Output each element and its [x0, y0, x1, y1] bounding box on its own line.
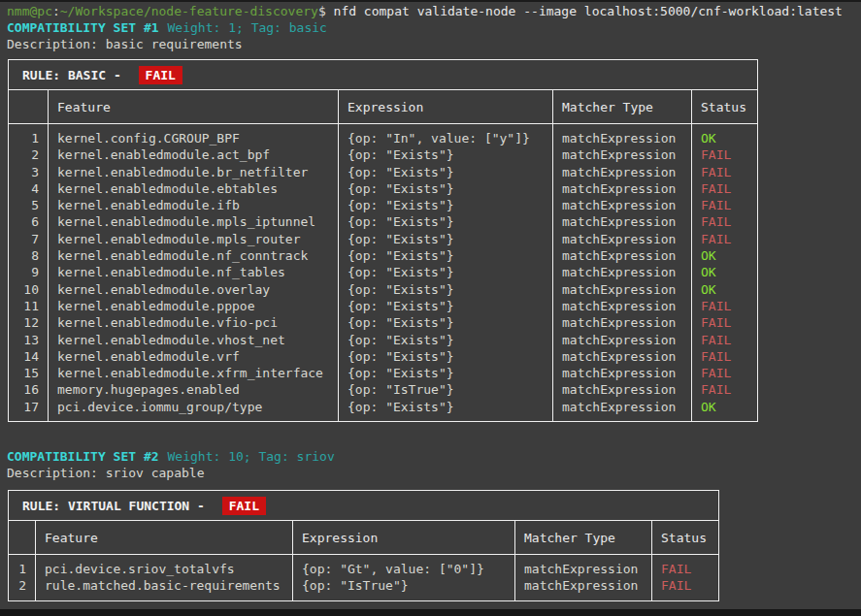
rule-table-basic: RULE: BASIC - FAIL Feature Expression Ma…: [8, 59, 758, 422]
status-column: OKFAILFAILFAILFAILFAILFAILOKOKOKFAILFAIL…: [691, 124, 757, 421]
expression-cell: {op: "In", value: ["y"]}: [339, 130, 552, 146]
prompt-separator: :: [52, 4, 60, 18]
column-header-expression: Expression: [338, 90, 552, 123]
rule-table-virtual-function: RULE: VIRTUAL FUNCTION - FAIL Feature Ex…: [8, 490, 719, 601]
rule-label: RULE: BASIC -: [22, 68, 129, 82]
terminal-output[interactable]: nmm@pc:~/Workspace/node-feature-discover…: [0, 2, 861, 601]
expression-cell: {op: "Exists"}: [339, 231, 552, 247]
num-column: 12: [9, 555, 35, 600]
matcher-cell: matchExpression: [553, 247, 691, 264]
row-number: 7: [9, 231, 48, 247]
matcher-column: matchExpressionmatchExpression: [514, 555, 651, 600]
column-header-matcher-type: Matcher Type: [552, 90, 691, 123]
matcher-cell: matchExpression: [553, 399, 691, 415]
matcher-cell: matchExpression: [553, 180, 691, 197]
column-header-status: Status: [651, 521, 718, 554]
feature-cell: kernel.enabledmodule.mpls_router: [49, 231, 338, 247]
row-number: 13: [9, 332, 48, 348]
table-body: 1234567891011121314151617 kernel.config.…: [9, 124, 757, 421]
set2-title-line: COMPATIBILITY SET #2Weight: 10; Tag: sri…: [7, 448, 855, 465]
row-number: 4: [9, 180, 48, 197]
status-cell: OK: [692, 130, 757, 146]
status-cell: FAIL: [692, 298, 757, 314]
feature-cell: kernel.enabledmodule.vhost_net: [49, 332, 338, 348]
status-cell: FAIL: [692, 180, 757, 197]
expression-cell: {op: "Exists"}: [339, 213, 552, 230]
status-cell: FAIL: [692, 213, 757, 230]
matcher-cell: matchExpression: [553, 213, 691, 230]
matcher-cell: matchExpression: [553, 298, 691, 314]
feature-column: pci.device.sriov_totalvfsrule.matched.ba…: [35, 555, 292, 600]
status-column: FAILFAIL: [651, 555, 718, 600]
status-cell: FAIL: [692, 348, 757, 365]
row-number: 11: [9, 298, 48, 314]
matcher-cell: matchExpression: [553, 381, 691, 398]
expression-cell: {op: "Exists"}: [339, 298, 552, 314]
feature-cell: kernel.enabledmodule.pppoe: [49, 298, 338, 314]
expression-column: {op: "Gt", value: ["0"]}{op: "IsTrue"}: [292, 555, 514, 600]
matcher-column: matchExpressionmatchExpressionmatchExpre…: [552, 124, 691, 421]
expression-cell: {op: "Exists"}: [339, 365, 552, 381]
matcher-cell: matchExpression: [553, 197, 691, 213]
status-cell: FAIL: [692, 332, 757, 348]
expression-cell: {op: "Exists"}: [339, 314, 552, 331]
feature-cell: pci.device.sriov_totalvfs: [36, 561, 292, 577]
feature-cell: kernel.enabledmodule.mpls_iptunnel: [49, 213, 338, 230]
row-number: 12: [9, 314, 48, 331]
row-number: 9: [9, 264, 48, 280]
set2-title: COMPATIBILITY SET #2: [7, 449, 159, 464]
column-header-feature: Feature: [48, 90, 338, 123]
row-number: 2: [9, 146, 48, 163]
row-number: 2: [9, 577, 35, 594]
feature-column: kernel.config.CGROUP_BPFkernel.enabledmo…: [48, 124, 338, 421]
feature-cell: rule.matched.basic-requirements: [36, 577, 292, 594]
matcher-cell: matchExpression: [553, 130, 691, 146]
matcher-cell: matchExpression: [553, 231, 691, 247]
terminal-bottom-edge: [0, 609, 861, 616]
status-cell: FAIL: [692, 231, 757, 247]
status-cell: FAIL: [692, 146, 757, 163]
table-header-row: Feature Expression Matcher Type Status: [9, 90, 757, 124]
expression-cell: {op: "Exists"}: [339, 264, 552, 280]
expression-cell: {op: "Exists"}: [339, 164, 552, 180]
num-column: 1234567891011121314151617: [9, 124, 48, 421]
feature-cell: memory.hugepages.enabled: [49, 381, 338, 398]
status-cell: OK: [692, 399, 757, 415]
rule-status-badge: FAIL: [222, 497, 266, 515]
matcher-cell: matchExpression: [553, 281, 691, 298]
feature-cell: kernel.config.CGROUP_BPF: [49, 130, 338, 146]
expression-cell: {op: "IsTrue"}: [293, 577, 514, 594]
feature-cell: kernel.enabledmodule.br_netfilter: [49, 164, 338, 180]
status-cell: FAIL: [652, 577, 718, 594]
matcher-cell: matchExpression: [553, 264, 691, 280]
set1-description: Description: basic requirements: [7, 36, 855, 52]
column-header-status: Status: [691, 90, 757, 123]
status-cell: OK: [692, 264, 757, 280]
set2-meta: Weight: 10; Tag: sriov: [168, 449, 335, 464]
feature-cell: kernel.enabledmodule.act_bpf: [49, 146, 338, 163]
feature-cell: pci.device.iommu_group/type: [49, 399, 338, 415]
rule-header-virtual-function: RULE: VIRTUAL FUNCTION - FAIL: [9, 491, 718, 521]
matcher-cell: matchExpression: [553, 332, 691, 348]
expression-cell: {op: "Exists"}: [339, 197, 552, 213]
status-cell: FAIL: [692, 164, 757, 180]
rule-header-basic: RULE: BASIC - FAIL: [9, 60, 757, 90]
row-number: 16: [9, 381, 48, 398]
matcher-cell: matchExpression: [553, 314, 691, 331]
row-number: 10: [9, 281, 48, 298]
row-number: 17: [9, 399, 48, 415]
set2-description: Description: sriov capable: [7, 465, 855, 481]
status-cell: FAIL: [652, 561, 718, 577]
status-cell: FAIL: [692, 197, 757, 213]
row-number: 14: [9, 348, 48, 365]
expression-cell: {op: "Exists"}: [339, 281, 552, 298]
matcher-cell: matchExpression: [515, 561, 651, 577]
expression-cell: {op: "Exists"}: [339, 146, 552, 163]
row-number: 6: [9, 213, 48, 230]
expression-cell: {op: "IsTrue"}: [339, 381, 552, 398]
rule-label: RULE: VIRTUAL FUNCTION -: [22, 499, 213, 513]
feature-cell: kernel.enabledmodule.ifb: [49, 197, 338, 213]
expression-cell: {op: "Exists"}: [339, 399, 552, 415]
matcher-cell: matchExpression: [553, 348, 691, 365]
status-cell: FAIL: [692, 365, 757, 381]
